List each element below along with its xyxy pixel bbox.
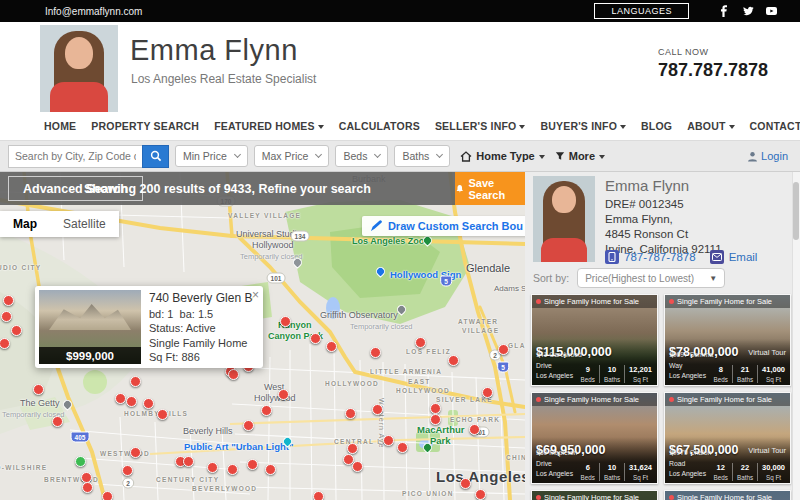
map-view-button[interactable]: Map (0, 211, 50, 237)
save-search-button[interactable]: Save Search (455, 172, 525, 205)
map-pin[interactable] (352, 461, 363, 472)
map-pin[interactable] (383, 435, 394, 446)
map-pin-green[interactable] (75, 456, 86, 467)
nav-item-home[interactable]: HOME (44, 120, 76, 132)
map-pin[interactable] (397, 442, 408, 453)
map-pin[interactable] (430, 403, 441, 414)
scrollbar-thumb[interactable] (793, 182, 799, 240)
search-input[interactable] (8, 145, 142, 168)
map-pin[interactable] (130, 447, 141, 458)
map-pin[interactable] (345, 408, 356, 419)
map-pin[interactable] (183, 456, 194, 467)
chevron-down-icon (315, 151, 322, 158)
nav-item-contact[interactable]: CONTACT (750, 120, 800, 132)
agent-email-link[interactable]: Email (710, 250, 758, 264)
map[interactable]: BurbankVALLEY VILLAGEUniversal StudiosHo… (0, 172, 525, 500)
beds-select[interactable]: Beds (335, 145, 388, 167)
map-label-temporarily-closed: Temporarily closed (350, 322, 413, 331)
baths-select[interactable]: Baths (394, 145, 450, 167)
header-phone[interactable]: 787.787.7878 (658, 60, 768, 81)
listing-card[interactable]: Single Family Home for Sale (664, 490, 791, 500)
map-pin[interactable] (115, 393, 126, 404)
listing-card[interactable]: Single Family Home for Sale$78,000,000Vi… (664, 294, 791, 386)
home-type-filter[interactable]: Home Type (460, 150, 544, 162)
map-pin[interactable] (430, 414, 441, 425)
max-price-select[interactable]: Max Price (254, 145, 330, 167)
youtube-icon[interactable] (765, 5, 778, 18)
draw-custom-search-button[interactable]: Draw Custom Search Bou (362, 216, 525, 236)
map-pin[interactable] (347, 443, 358, 454)
route-shield-405: 405 (71, 432, 90, 443)
close-icon[interactable]: × (252, 288, 259, 302)
map-pin[interactable] (33, 384, 44, 395)
contact-email[interactable]: Info@emmaflynn.com (45, 6, 142, 17)
map-pin[interactable] (498, 344, 509, 355)
listing-card[interactable]: Single Family Home for Sale$115,000,0001… (531, 294, 658, 386)
house-icon (460, 151, 472, 162)
map-pin[interactable] (102, 491, 113, 500)
listing-card[interactable]: Single Family Home for Sale (531, 490, 658, 500)
map-pin[interactable] (280, 316, 291, 327)
map-pin[interactable] (278, 389, 289, 400)
map-label-pico-union: PICO UNION (402, 490, 454, 497)
map-pin[interactable] (475, 489, 486, 500)
twitter-icon[interactable] (741, 5, 754, 18)
map-label-griffith-observatory: Griffith Observatory (320, 310, 398, 320)
map-pin[interactable] (52, 416, 63, 427)
nav-item-blog[interactable]: BLOG (641, 120, 672, 132)
sidebar-scrollbar[interactable] (792, 172, 800, 500)
map-pin[interactable] (82, 482, 93, 493)
map-pin[interactable] (448, 355, 459, 366)
listing-card[interactable]: Single Family Home for Sale$69,950,00033… (531, 392, 658, 484)
map-pin[interactable] (122, 465, 133, 476)
satellite-view-button[interactable]: Satellite (50, 211, 119, 237)
map-pin[interactable] (326, 341, 337, 352)
nav-item-about[interactable]: ABOUT (687, 120, 734, 132)
map-pin[interactable] (370, 347, 381, 358)
map-pin[interactable] (207, 462, 218, 473)
map-pin[interactable] (143, 398, 154, 409)
facebook-icon[interactable] (717, 5, 730, 18)
search-button[interactable] (142, 145, 169, 168)
map-pin[interactable] (227, 464, 238, 475)
nav-item-seller-s-info[interactable]: SELLER'S INFO (435, 120, 526, 132)
bell-icon (455, 183, 465, 195)
map-pin[interactable] (228, 369, 239, 380)
min-price-select[interactable]: Min Price (175, 145, 248, 167)
nav-item-featured-homes[interactable]: FEATURED HOMES (214, 120, 324, 132)
map-pin[interactable] (460, 478, 471, 489)
map-pin[interactable] (130, 376, 141, 387)
map-label-beverlywood: BEVERLYWOOD (192, 485, 257, 492)
popup-title[interactable]: 740 Beverly Glen Bo... (149, 291, 253, 305)
map-label-atwater: ATWATER (458, 318, 498, 325)
agent-info: Emma Flynn DRE# 0012345 Emma Flynn, 4845… (605, 177, 722, 255)
map-pin[interactable] (310, 333, 321, 344)
map-pin[interactable] (415, 337, 426, 348)
agent-phone-link[interactable]: 787-787-7878 (605, 250, 696, 264)
languages-button[interactable]: LANGUAGES (594, 3, 689, 19)
map-pin[interactable] (157, 409, 168, 420)
map-pin[interactable] (247, 459, 258, 470)
nav-item-property-search[interactable]: PROPERTY SEARCH (91, 120, 199, 132)
map-pin[interactable] (265, 464, 276, 475)
map-pin[interactable] (313, 491, 324, 500)
map-pin[interactable] (243, 420, 254, 431)
more-filter[interactable]: More (555, 150, 605, 162)
map-pin[interactable] (482, 387, 493, 398)
login-link[interactable]: Login (747, 150, 788, 162)
results-bar: Advanced Search Showing 200 results of 9… (0, 172, 525, 205)
map-pin[interactable] (261, 405, 272, 416)
listing-card[interactable]: Single Family Home for Sale$67,500,000Vi… (664, 392, 791, 484)
sort-select[interactable]: Price(Highest to Lowest)▼ (577, 268, 725, 288)
map-pin[interactable] (126, 396, 137, 407)
map-pin[interactable] (469, 424, 480, 435)
map-pin[interactable] (372, 404, 383, 415)
map-label-hollywood: HOLLYWOOD (396, 387, 450, 394)
map-pin[interactable] (11, 325, 22, 336)
route-shield-2: 2 (122, 478, 134, 489)
map-pin[interactable] (3, 295, 14, 306)
nav-item-buyer-s-info[interactable]: BUYER'S INFO (540, 120, 626, 132)
nav-item-calculators[interactable]: CALCULATORS (339, 120, 420, 132)
map-pin[interactable] (1, 311, 12, 322)
listing-banner: Single Family Home for Sale (532, 491, 657, 500)
